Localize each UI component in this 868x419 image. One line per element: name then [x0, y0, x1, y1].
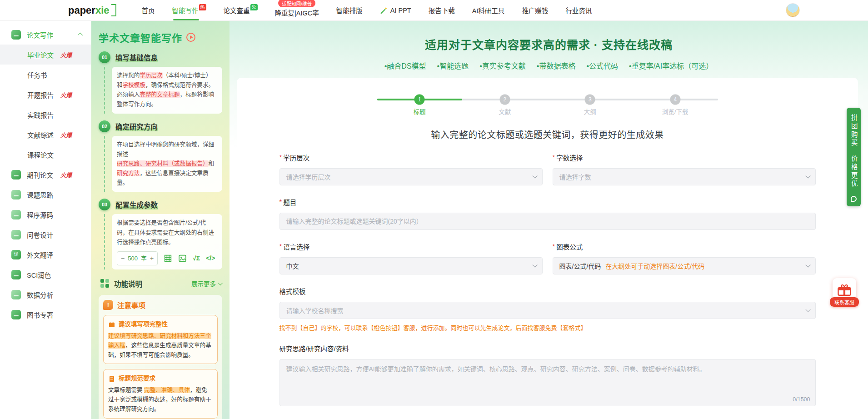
language-select[interactable]: 中文 [279, 257, 543, 274]
document-icon [108, 375, 115, 383]
sidebar-item-data-analysis[interactable]: 数据分析 [0, 284, 91, 304]
nav-promotion[interactable]: 推广赚钱 [522, 0, 548, 20]
hot-flag: 火爆 [60, 50, 72, 59]
language-label: *语言选择 [279, 242, 543, 251]
hot-flag: 火爆 [60, 130, 72, 139]
progress-label-title: 标题 [414, 107, 426, 116]
nav-report-download[interactable]: 报告下载 [429, 0, 455, 20]
field-label-text: 语言选择 [283, 242, 309, 251]
required-asterisk: * [279, 154, 282, 161]
sidebar-item-journal-paper[interactable]: 期刊论文 火爆 [0, 165, 91, 185]
progress-node-literature[interactable]: 2 [499, 94, 510, 105]
sidebar-item-label: 期刊论文 [27, 170, 53, 180]
nav-home[interactable]: 首页 [142, 0, 155, 20]
user-avatar[interactable] [786, 3, 800, 17]
sci-polish-icon [11, 270, 21, 279]
sidebar-item-label: 课题思路 [27, 190, 53, 200]
chart-formula-select[interactable]: 图表/公式/代码 在大纲处可手动选择图表/公式/代码 [553, 257, 816, 274]
nav-ai-research-tools[interactable]: AI科研工具 [472, 0, 505, 20]
data-analysis-icon [11, 290, 21, 299]
contact-service-float[interactable]: 联系客服 [830, 278, 859, 307]
free-badge: 免 [250, 4, 258, 10]
text-highlight: 学校模板 [123, 82, 145, 88]
wordcount-select[interactable]: 请选择字数 [553, 168, 816, 185]
image-icon[interactable] [178, 254, 187, 263]
education-label: *学历层次 [279, 153, 543, 162]
nav-ai-ppt[interactable]: AI PPT [380, 0, 411, 20]
progress-node-title[interactable]: 1 [414, 94, 425, 105]
show-more-button[interactable]: 展示更多 [191, 279, 221, 288]
sidebar-item-foreign-translation[interactable]: 译 外文翻译 [0, 244, 91, 264]
text-highlight: 完整、准确、具体 [144, 387, 190, 393]
progress-label-literature: 文献 [499, 107, 511, 116]
hero-bullet: •带数据表格 [537, 60, 576, 71]
sidebar-item-proposal-report[interactable]: 开题报告 火爆 [0, 85, 91, 105]
progress-node-browse-download[interactable]: 4 [670, 94, 680, 105]
play-video-icon[interactable] [186, 33, 195, 42]
select-placeholder: 请选择字数 [559, 172, 591, 181]
research-textarea[interactable] [279, 359, 816, 406]
open-book-icon [108, 321, 115, 329]
sidebar-item-graduation-thesis[interactable]: 毕业论文 火爆 [0, 45, 91, 65]
table-icon[interactable] [164, 254, 172, 263]
sidebar-item-literature-review[interactable]: 文献综述 火爆 [0, 125, 91, 145]
sidebar-item-label: 开题报告 [27, 90, 54, 100]
sidebar-item-book-monograph[interactable]: 图书专著 [0, 304, 91, 324]
notice-box-title: 建议填写项完整性 [119, 319, 168, 329]
guide-panel: 学术文章智能写作 01 填写基础信息 选择您的学历层次（本科/硕士/博士）和学校… [91, 21, 229, 419]
guide-step-3: 03 配置生成参数 根据需要选择是否包含图片/公式/代码，在具体要求需要在大纲处… [99, 199, 222, 269]
logo[interactable]: paperxie [68, 4, 116, 16]
education-select[interactable]: 请选择学历层次 [279, 168, 543, 185]
nav-reduce-aigc-label: 降重复|AIGC率 [275, 8, 319, 17]
template-select[interactable]: 请输入学校名称搜索 [279, 302, 816, 319]
translate-glyph: 译 [14, 252, 19, 257]
template-label: 格式模板 [279, 286, 816, 296]
logo-text-xie: xie [95, 5, 110, 16]
sidebar-group-thesis-writing[interactable]: 论文写作 [0, 25, 91, 45]
sidebar-item-label: 外文翻译 [27, 250, 53, 259]
nav-report-download-label: 报告下载 [429, 5, 455, 15]
nav-typesetting[interactable]: 智能排版 [336, 0, 363, 20]
survey-design-icon [11, 230, 21, 239]
sidebar-item-survey-design[interactable]: 问卷设计 [0, 224, 91, 244]
group-buy-tab[interactable]: 拼团购买 价格更优 [847, 108, 861, 206]
code-icon[interactable]: </> [206, 253, 215, 264]
progress-node-outline[interactable]: 3 [585, 94, 595, 105]
wordcount-label: *字数选择 [553, 153, 816, 162]
features-label: 功能说明 [114, 279, 142, 289]
sidebar-item-task-book[interactable]: 任务书 [0, 65, 91, 85]
hot-flag: 火爆 [60, 170, 72, 179]
nav-plagiarism-check[interactable]: 论文查重 免 [224, 0, 258, 20]
sidebar-item-sci-polish[interactable]: SCI润色 [0, 264, 91, 284]
hero-bullet: •智能选题 [437, 60, 469, 71]
chevron-down-icon [805, 262, 810, 267]
chevron-down-icon [532, 262, 537, 267]
sidebar: 论文写作 毕业论文 火爆 任务书 开题报告 火爆 实践报告 文献综述 火爆 [0, 21, 91, 419]
thesis-writing-icon [11, 30, 21, 40]
nav-smart-writing[interactable]: 智能写作 热 [172, 0, 206, 20]
formula-icon[interactable]: √Σ [193, 253, 200, 264]
title-input[interactable] [279, 213, 816, 230]
guide-step-2-head: 02 确定研究方向 [99, 120, 222, 132]
notice-title: 注意事项 [117, 300, 145, 310]
generation-toolbar: − 500 字 + √Σ </ [117, 251, 217, 266]
notice-box-heading: 标题规范要求 [108, 374, 213, 384]
guide-step-1: 01 填写基础信息 选择您的学历层次（本科/硕士/博士）和学校模板，确保格式规范… [99, 51, 222, 114]
form-row-1: *学历层次 请选择学历层次 *字数选择 请选择字数 [279, 141, 816, 185]
language-field-group: *语言选择 中文 [279, 230, 543, 274]
plus-icon[interactable]: + [150, 253, 154, 264]
nav-home-label: 首页 [142, 5, 155, 15]
logo-bracket-icon [111, 4, 116, 16]
education-field-group: *学历层次 请选择学历层次 [279, 141, 543, 185]
nav-reduce-aigc[interactable]: 适配知网/维普 降重复|AIGC率 [275, 0, 319, 20]
sidebar-item-practice-report[interactable]: 实践报告 [0, 105, 91, 125]
step-number-badge: 03 [99, 199, 110, 210]
word-count-stepper[interactable]: − 500 字 + [117, 251, 158, 266]
form-headline: 输入完整的论文标题或选题关键词，获得更好的生成效果 [237, 128, 858, 141]
sidebar-item-source-code[interactable]: 程序源码 [0, 205, 91, 224]
contact-service-label: 联系客服 [830, 297, 859, 307]
nav-industry-news[interactable]: 行业资讯 [565, 0, 592, 20]
sidebar-item-course-paper[interactable]: 课程论文 [0, 145, 91, 165]
minus-icon[interactable]: − [121, 253, 125, 264]
sidebar-item-topic-ideas[interactable]: 课题思路 [0, 185, 91, 205]
